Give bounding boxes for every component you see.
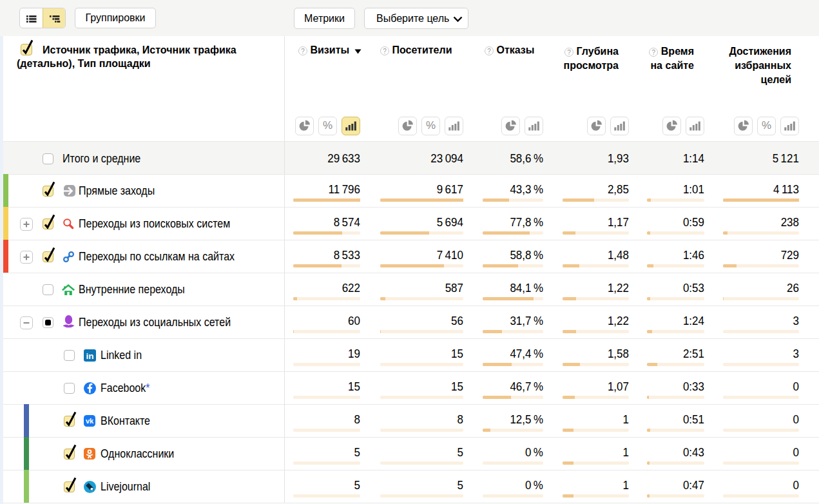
svg-text:vk: vk (86, 417, 94, 425)
svg-text:in: in (86, 351, 94, 361)
